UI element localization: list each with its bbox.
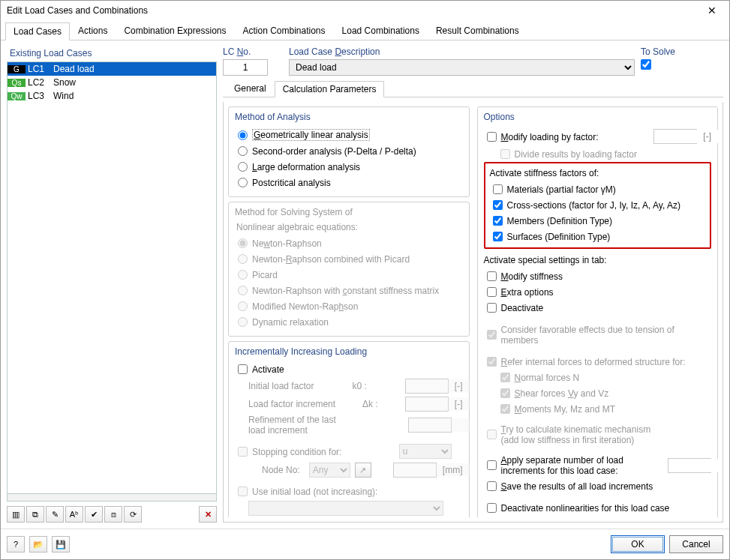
desc-label: Load Case Description: [289, 46, 635, 57]
help-icon[interactable]: ?: [7, 536, 25, 553]
radio[interactable]: [238, 162, 248, 172]
radio[interactable]: [238, 178, 248, 187]
tab-load-cases[interactable]: Load Cases: [5, 22, 70, 40]
lc-name: Snow: [51, 77, 216, 88]
radio-dynamic: Dynamic relaxation: [235, 314, 463, 330]
copy-icon[interactable]: ⧉: [26, 506, 44, 523]
text-icon[interactable]: Aᵇ: [65, 506, 83, 523]
separate-incr-row[interactable]: Apply separate number of load increments…: [484, 452, 712, 478]
subtab-general[interactable]: General: [226, 80, 275, 97]
checkbox[interactable]: [487, 481, 497, 491]
checkbox[interactable]: [493, 216, 503, 226]
separate-incr-spinner[interactable]: ▲▼: [668, 458, 711, 473]
unit: [456, 446, 463, 457]
modify-load-row[interactable]: Modify loading by factor:▲▼[-]: [484, 127, 712, 146]
checkbox[interactable]: [493, 200, 503, 210]
increment-label: Load factor increment: [235, 399, 335, 409]
check-label: Stopping condition for:: [252, 446, 341, 457]
lc-name: Wind: [51, 91, 216, 101]
checkbox[interactable]: [487, 287, 497, 297]
tab-comb-expr[interactable]: Combination Expressions: [116, 22, 234, 40]
lc-name: Dead load: [51, 64, 216, 74]
list-item[interactable]: G LC1 Dead load: [8, 62, 216, 76]
special-deactivate[interactable]: Deactivate: [484, 300, 712, 316]
workarea: Existing Load Cases G LC1 Dead load Qs L…: [1, 40, 729, 529]
right-panel: LC No. Load Case Description Dead load T…: [223, 46, 723, 523]
stiff-materials[interactable]: Materials (partial factor γM): [490, 181, 706, 197]
check-label: Materials (partial factor γM): [507, 184, 616, 195]
radio: [238, 317, 248, 327]
incr-activate[interactable]: Activate: [235, 361, 463, 377]
radio-label: Picard: [252, 269, 278, 280]
radio[interactable]: [238, 130, 248, 140]
tab-action-comb[interactable]: Action Combinations: [234, 22, 333, 40]
special-modify[interactable]: Modify stiffness: [484, 268, 712, 284]
open-icon[interactable]: 📂: [29, 536, 47, 553]
check-label: Deactivate: [501, 302, 544, 313]
list-h-scrollbar[interactable]: [7, 494, 217, 502]
stiff-members[interactable]: Members (Definition Type): [490, 213, 706, 229]
checkbox[interactable]: [493, 232, 503, 241]
checkbox: [500, 388, 510, 398]
options-title: Options: [484, 112, 712, 122]
lc-no-block: LC No.: [223, 46, 283, 76]
desc-select[interactable]: Dead load: [289, 59, 635, 76]
pick-node-icon: ↗: [355, 463, 371, 478]
solve-checkbox[interactable]: [641, 59, 651, 70]
radio-geom-linear[interactable]: Geometrically linear analysis: [235, 127, 463, 143]
checkbox[interactable]: [487, 460, 497, 470]
stopping-row: Stopping condition for:u: [235, 442, 463, 461]
list-item[interactable]: Qs LC2 Snow: [8, 76, 216, 89]
method-group: Method of Analysis Geometrically linear …: [228, 106, 470, 197]
stiff-surfaces[interactable]: Surfaces (Definition Type): [490, 229, 706, 244]
load-case-list[interactable]: G LC1 Dead load Qs LC2 Snow Qw LC3 Wind: [7, 61, 217, 494]
cancel-button[interactable]: Cancel: [669, 535, 723, 553]
window-title: Edit Load Cases and Combinations: [7, 5, 701, 16]
radio-postcritical[interactable]: Postcritical analysis: [235, 175, 463, 190]
check-label: Save the results of all load increments: [501, 481, 653, 492]
tab-load-comb[interactable]: Load Combinations: [334, 22, 428, 40]
tab-actions[interactable]: Actions: [70, 22, 116, 40]
radio-second-order[interactable]: Second-order analysis (P-Delta / P-delta…: [235, 143, 463, 159]
spin-input[interactable]: [668, 459, 718, 472]
radio-label: Postcritical analysis: [252, 177, 331, 188]
close-icon[interactable]: ✕: [701, 4, 723, 16]
save-icon[interactable]: 💾: [52, 536, 70, 553]
check-label: Modify loading by factor:: [501, 131, 599, 142]
ok-button[interactable]: OK: [611, 535, 665, 553]
checkbox[interactable]: [487, 503, 497, 513]
link-icon[interactable]: ⧈: [104, 506, 122, 523]
radio[interactable]: [238, 146, 248, 156]
node-label: Node No:: [235, 465, 300, 475]
radio-label: Dynamic relaxation: [252, 316, 329, 328]
special-extra[interactable]: Extra options: [484, 284, 712, 300]
tab-result-comb[interactable]: Result Combinations: [428, 22, 527, 40]
check-label: Consider favorable effects due to tensio…: [501, 324, 712, 346]
stiff-cross[interactable]: Cross-sections (factor for J, Iy, Iz, A,…: [490, 197, 706, 213]
list-toolbar: ▥ ⧉ ✎ Aᵇ ✔ ⧈ ⟳ ✕: [7, 506, 217, 523]
params-right-col: Options Modify loading by factor:▲▼[-] D…: [477, 106, 719, 517]
lc-tag: G: [8, 65, 26, 73]
checkbox[interactable]: [493, 184, 503, 194]
checkbox[interactable]: [487, 271, 497, 281]
subtab-calc-params[interactable]: Calculation Parameters: [275, 81, 385, 97]
lc-no-input[interactable]: [223, 59, 268, 76]
check-icon[interactable]: ✔: [85, 506, 103, 523]
delete-icon[interactable]: ✕: [199, 506, 217, 523]
checkbox[interactable]: [487, 132, 497, 142]
radio-large-def[interactable]: Large deformation analysis: [235, 159, 463, 175]
checkbox[interactable]: [487, 303, 497, 313]
params-area: Method of Analysis Geometrically linear …: [223, 102, 723, 523]
list-item[interactable]: Qw LC3 Wind: [8, 89, 216, 103]
radio-label: Newton-Raphson: [252, 238, 322, 249]
checkbox[interactable]: [238, 364, 248, 374]
refresh-icon[interactable]: ⟳: [124, 506, 142, 523]
deact-nonlin-row[interactable]: Deactivate nonlinearities for this load …: [484, 500, 712, 516]
footer: ? 📂 💾 OK Cancel: [1, 529, 729, 559]
tool-icon[interactable]: ✎: [46, 506, 64, 523]
modify-load-spinner[interactable]: ▲▼: [653, 129, 697, 144]
save-all-row[interactable]: Save the results of all load increments: [484, 478, 712, 494]
new-icon[interactable]: ▥: [7, 506, 25, 523]
checkbox: [500, 373, 510, 382]
check-label: Cross-sections (factor for J, Iy, Iz, A,…: [507, 199, 680, 211]
